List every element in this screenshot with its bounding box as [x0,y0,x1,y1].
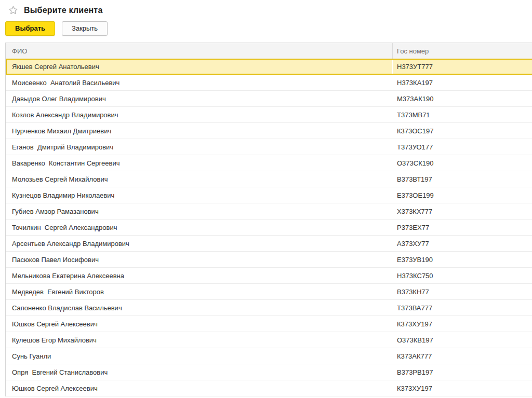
client-plate-cell: Н373УТ777 [393,60,532,74]
client-plate-cell: К373ХУ197 [393,380,532,396]
client-plate-cell: Е373УВ190 [393,252,532,267]
client-plate-cell: М373АК190 [393,91,532,106]
client-name-cell: Якшев Сергей Анатольевич [7,60,393,74]
table-header-row: ФИО Гос номер [6,43,532,59]
client-name-cell: Медведев Евгений Викторов [6,284,393,299]
table-row[interactable]: Пасюков Павел Иосифович Е373УВ190 [6,252,532,268]
client-plate-cell: Н373КС750 [393,268,532,283]
table-row[interactable]: Еганов Дмитрий Владимирович Т373УО177 [6,139,532,155]
client-name-cell: Пасюков Павел Иосифович [6,252,393,267]
table-row[interactable]: Кузнецов Владимир Николаевич Е373ОЕ199 [6,187,532,203]
client-plate-cell: О373КВ197 [393,332,532,348]
client-name-cell: Сунь Гуанли [6,348,393,364]
client-name-cell: Юшков Сергей Алексеевич [6,380,393,396]
client-name-cell: Кулешов Егор Михайлович [6,332,393,348]
client-name-cell: Точилкин Сергей Александрович [6,219,393,235]
client-plate-cell: Т373ВА777 [393,300,532,315]
column-header-plate[interactable]: Гос номер [393,43,532,59]
client-name-cell: Козлов Александр Владимирович [6,107,393,122]
table-row[interactable]: Молозьев Сергей Михайлович В373ВТ197 [6,171,532,187]
table-row[interactable]: Мельникова Екатерина Алексеевна Н373КС75… [6,268,532,284]
table-row[interactable]: Медведев Евгений Викторов В373КН77 [6,284,532,300]
page-title: Выберите клиента [24,6,103,15]
toolbar: Выбрать Закрыть [5,21,532,36]
table-row[interactable]: Точилкин Сергей Александрович Р373ЕХ77 [6,219,532,236]
table-body: Якшев Сергей Анатольевич Н373УТ777 Моисе… [6,59,532,396]
client-name-cell: Моисеенко Анатолий Васильевич [6,75,393,90]
table-row[interactable]: Нурченков Михаил Дмитриевич К373ОС197 [6,123,532,139]
client-plate-cell: В373ВТ197 [393,171,532,187]
client-plate-cell: К373АК777 [393,348,532,364]
table-row[interactable]: Юшков Сергей Алексеевич К373ХУ197 [6,316,532,332]
table-row[interactable]: Кулешов Егор Михайлович О373КВ197 [6,332,532,348]
table-row[interactable]: Опря Евгений Станиславович В373РВ197 [6,364,532,380]
client-plate-cell: О373СК190 [393,155,532,171]
table-row[interactable]: Сунь Гуанли К373АК777 [6,348,532,364]
table-row[interactable]: Моисеенко Анатолий Васильевич Н373КА197 [6,75,532,91]
table-row[interactable]: Вакаренко Константин Сергеевич О373СК190 [6,155,532,171]
window-titlebar: Выберите клиента [0,0,532,17]
client-name-cell: Сапоненко Владислав Васильевич [6,300,393,315]
client-name-cell: Вакаренко Константин Сергеевич [6,155,393,171]
client-plate-cell: Т373УО177 [393,139,532,155]
client-name-cell: Юшков Сергей Алексеевич [6,316,393,332]
table-row[interactable]: Юшков Сергей Алексеевич К373ХУ197 [6,380,532,396]
table-row[interactable]: Сапоненко Владислав Васильевич Т373ВА777 [6,300,532,316]
close-button[interactable]: Закрыть [62,21,108,36]
table-row[interactable]: Губиев Амзор Рамазанович Х373КХ777 [6,203,532,219]
clients-table: ФИО Гос номер Якшев Сергей Анатольевич Н… [5,43,532,396]
client-plate-cell: В373РВ197 [393,364,532,380]
client-plate-cell: К373ХУ197 [393,316,532,332]
client-plate-cell: Т373МВ71 [393,107,532,122]
favorite-star-icon[interactable] [8,5,18,15]
client-plate-cell: К373ОС197 [393,123,532,139]
client-name-cell: Арсентьев Александр Владимирович [6,236,393,251]
client-name-cell: Кузнецов Владимир Николаевич [6,187,393,203]
client-plate-cell: Р373ЕХ77 [393,219,532,235]
client-plate-cell: Е373ОЕ199 [393,187,532,203]
client-plate-cell: А373ХУ77 [393,236,532,251]
table-row[interactable]: Арсентьев Александр Владимирович А373ХУ7… [6,236,532,252]
client-name-cell: Опря Евгений Станиславович [6,364,393,380]
client-plate-cell: Х373КХ777 [393,203,532,219]
table-row[interactable]: Козлов Александр Владимирович Т373МВ71 [6,107,532,123]
client-name-cell: Давыдов Олег Владимирович [6,91,393,106]
client-name-cell: Молозьев Сергей Михайлович [6,171,393,187]
table-row[interactable]: Давыдов Олег Владимирович М373АК190 [6,91,532,107]
client-plate-cell: В373КН77 [393,284,532,299]
client-name-cell: Еганов Дмитрий Владимирович [6,139,393,155]
client-plate-cell: Н373КА197 [393,75,532,90]
column-header-fio[interactable]: ФИО [6,43,393,59]
table-row[interactable]: Якшев Сергей Анатольевич Н373УТ777 [6,59,532,75]
client-name-cell: Мельникова Екатерина Алексеевна [6,268,393,283]
select-button[interactable]: Выбрать [5,21,55,36]
client-name-cell: Губиев Амзор Рамазанович [6,203,393,219]
client-name-cell: Нурченков Михаил Дмитриевич [6,123,393,139]
